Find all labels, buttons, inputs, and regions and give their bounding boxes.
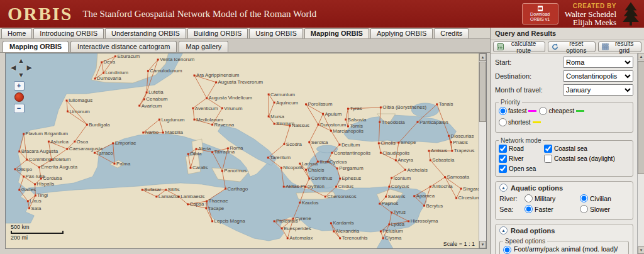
- city-marker-massilia[interactable]: [162, 131, 164, 133]
- city-marker-pergamum[interactable]: [336, 167, 338, 169]
- city-marker-phasis[interactable]: [450, 141, 452, 143]
- city-marker-camulodunum[interactable]: [147, 70, 149, 72]
- city-marker-constantinopolis[interactable]: [331, 152, 333, 154]
- network-checkbox-river[interactable]: [499, 155, 507, 163]
- city-marker-panticapaion[interactable]: [417, 121, 419, 123]
- priority-option-cheapest[interactable]: cheapest: [539, 107, 584, 115]
- city-marker-terenouthis[interactable]: [339, 237, 341, 239]
- city-marker-palma[interactable]: [114, 163, 116, 165]
- city-marker-apamea[interactable]: [413, 195, 415, 197]
- city-marker-sufasar[interactable]: [142, 189, 143, 191]
- river-option-military[interactable]: Military: [525, 194, 580, 202]
- pan-down-icon[interactable]: [18, 72, 25, 79]
- city-marker-eburacum[interactable]: [114, 55, 116, 57]
- network-option-river[interactable]: River: [499, 155, 544, 163]
- nav-tab-credits[interactable]: Credits: [434, 28, 469, 38]
- city-marker-berytus[interactable]: [423, 205, 425, 207]
- city-marker-virunum[interactable]: [221, 108, 223, 109]
- city-marker-ptolemais[interactable]: [274, 220, 275, 222]
- city-marker-chersonasos[interactable]: [325, 196, 326, 197]
- scroll-up-arrow-icon[interactable]: [638, 53, 644, 60]
- city-marker-carnuntum[interactable]: [268, 94, 270, 96]
- city-marker-paphos[interactable]: [379, 203, 380, 205]
- nav-tab-introducing-orbis[interactable]: Introducing ORBIS: [33, 28, 104, 38]
- city-marker-ephesus[interactable]: [339, 178, 341, 180]
- city-marker-olbia-borysthenes[interactable]: [380, 106, 382, 108]
- city-marker-hierosolyma[interactable]: [408, 220, 409, 222]
- city-marker-tingi[interactable]: [35, 195, 36, 197]
- city-marker-emerita-augusta[interactable]: [38, 167, 40, 168]
- city-marker-marcianopolis[interactable]: [330, 130, 332, 132]
- city-marker-amisus[interactable]: [428, 150, 430, 152]
- city-marker-naissus[interactable]: [289, 125, 291, 127]
- city-marker-akitas-pr[interactable]: [283, 186, 285, 188]
- city-marker-sala[interactable]: [28, 207, 30, 209]
- calculate-route-button[interactable]: calculate route: [493, 41, 545, 52]
- city-marker-tarraco[interactable]: [94, 152, 96, 154]
- city-marker-lixus[interactable]: [27, 201, 29, 202]
- city-marker-nicopolis[interactable]: [280, 167, 282, 169]
- city-marker-corycus[interactable]: [388, 186, 390, 188]
- city-marker-augusta-vindelicum[interactable]: [206, 97, 208, 99]
- sub-tab-interactive-distance-cartogram[interactable]: Interactive distance cartogram: [70, 41, 177, 52]
- city-marker-cyrene[interactable]: [292, 218, 294, 219]
- download-orbis-badge[interactable]: Download ORBIS v1: [522, 3, 558, 25]
- city-marker-emporiae[interactable]: [112, 142, 114, 144]
- city-marker-iuliomagus[interactable]: [66, 100, 68, 102]
- reset-options-button[interactable]: reset options: [548, 41, 596, 52]
- sub-tab-mapping-orbis[interactable]: Mapping ORBIS: [3, 41, 69, 52]
- roman-world-map[interactable]: EburacumDevaVenta IcenorumLondiniumCamul…: [6, 53, 479, 248]
- city-marker-ravenna[interactable]: [211, 124, 213, 126]
- city-marker-olisipo[interactable]: [14, 168, 16, 170]
- city-marker-osca[interactable]: [74, 141, 75, 143]
- sea-radio-faster[interactable]: [525, 205, 533, 213]
- city-marker-tomis[interactable]: [347, 125, 349, 127]
- city-marker-tarentum[interactable]: [267, 157, 269, 158]
- destination-select[interactable]: Constantinopolis: [563, 70, 633, 82]
- city-marker-kaudos[interactable]: [299, 202, 301, 204]
- city-marker-cnidus[interactable]: [335, 186, 337, 188]
- city-marker-thaenae[interactable]: [206, 201, 208, 202]
- priority-option-shortest[interactable]: shortest: [499, 118, 541, 126]
- city-marker-theodosia[interactable]: [379, 121, 380, 123]
- collapse-arrow-icon[interactable]: [499, 184, 508, 192]
- results-grid-button[interactable]: results grid: [598, 41, 641, 52]
- city-marker-euesperides[interactable]: [281, 228, 283, 229]
- city-marker-mursa[interactable]: [268, 116, 270, 118]
- network-option-coastal-sea-daylight[interactable]: Coastal sea (daylight): [544, 155, 630, 163]
- map-scrollbar-thumb[interactable]: [479, 62, 486, 122]
- nav-tab-using-orbis[interactable]: Using ORBIS: [249, 28, 303, 38]
- network-checkbox-open-sea[interactable]: [499, 165, 507, 173]
- sea-option-slower[interactable]: Slower: [580, 205, 629, 213]
- city-marker-aquincum[interactable]: [274, 102, 275, 104]
- city-marker-flavium-brigantium[interactable]: [23, 133, 25, 135]
- city-marker-clysma[interactable]: [382, 237, 384, 239]
- city-marker-tyras[interactable]: [347, 108, 349, 110]
- river-radio-military[interactable]: [525, 194, 533, 202]
- river-radio-civilian[interactable]: [580, 194, 588, 202]
- city-marker-tacape[interactable]: [205, 207, 207, 209]
- start-select[interactable]: Roma: [563, 57, 633, 68]
- city-marker-sirmium[interactable]: [274, 123, 275, 124]
- city-marker-salamis[interactable]: [385, 196, 387, 197]
- city-marker-aleria[interactable]: [196, 148, 197, 150]
- sea-radio-slower[interactable]: [580, 205, 588, 213]
- month-select[interactable]: January: [563, 84, 633, 96]
- city-marker-cinolis[interactable]: [378, 142, 380, 144]
- city-marker-lutetia[interactable]: [146, 92, 148, 94]
- city-marker-corduba[interactable]: [40, 178, 42, 180]
- city-marker-automalax[interactable]: [287, 237, 289, 239]
- city-marker-lamasba[interactable]: [155, 196, 157, 197]
- priority-radio-shortest[interactable]: [499, 118, 507, 126]
- zoom-extent-button[interactable]: [14, 92, 24, 102]
- city-marker-tanais[interactable]: [436, 103, 438, 105]
- network-checkbox-coastal-sea[interactable]: [544, 145, 552, 153]
- city-marker-ancyra[interactable]: [395, 159, 397, 161]
- city-marker-ara-agrippinensium[interactable]: [194, 75, 196, 77]
- city-marker-panormus[interactable]: [221, 170, 223, 172]
- map-vertical-scrollbar[interactable]: [479, 53, 486, 248]
- network-option-coastal-sea[interactable]: Coastal sea: [544, 145, 630, 153]
- city-marker-augusta-treverorum[interactable]: [215, 81, 217, 83]
- city-marker-gades[interactable]: [18, 189, 20, 191]
- city-marker-pelusium[interactable]: [380, 231, 382, 233]
